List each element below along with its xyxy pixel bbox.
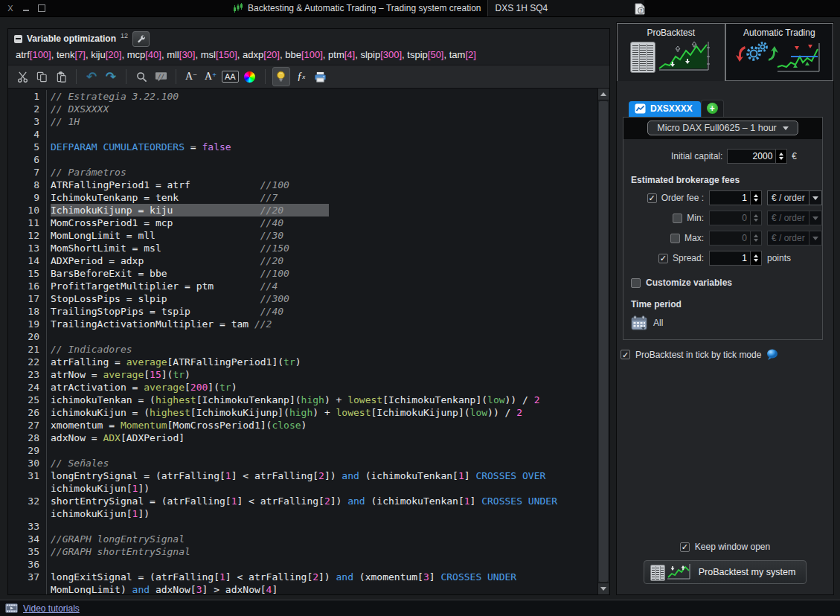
variable-range: [20]: [106, 49, 122, 60]
code-editor[interactable]: 1// Estrategia 3.22.1002// DXSXXXX3// 1H…: [8, 89, 609, 594]
variable-range: [40]: [145, 49, 161, 60]
min-fee-row: Min: 0 € / order: [629, 211, 822, 225]
scrollbar-thumb[interactable]: [599, 101, 608, 582]
info-bubble-icon: [766, 349, 778, 360]
video-tutorials-link[interactable]: Video tutorials: [23, 603, 80, 614]
svg-text:?: ?: [639, 8, 642, 14]
instrument-tab-dxsxxxx[interactable]: DXSXXXX: [629, 101, 701, 117]
panel-footer: ✓ Keep window open ProBacktest my system: [617, 542, 833, 584]
code-line: 15BarsBeforeExit = bbe //100: [8, 267, 609, 280]
spinner-arrows-icon[interactable]: [751, 211, 762, 225]
comment-icon[interactable]: //: [153, 68, 169, 86]
backtest-settings-box: Micro DAX Full0625 – 1 hour Initial capi…: [623, 117, 823, 340]
undo-icon[interactable]: ↶: [83, 68, 100, 86]
line-number: 13: [8, 242, 47, 254]
colors-icon[interactable]: [242, 68, 258, 86]
min-fee-stepper[interactable]: 0: [709, 211, 762, 225]
order-fee-checkbox[interactable]: ✓: [647, 193, 657, 203]
order-fee-unit-dropdown[interactable]: € / order: [767, 190, 822, 205]
code-line: 35//GRAPH shortEntrySignal: [8, 545, 609, 558]
code-line: 26ichimokuKijun = (highest[IchimokuKijun…: [8, 406, 609, 419]
line-number: 32: [8, 495, 47, 507]
case-icon[interactable]: AA: [222, 68, 239, 86]
min-fee-unit-dropdown[interactable]: € / order: [767, 211, 822, 225]
collapse-icon[interactable]: [14, 35, 22, 43]
help-icon[interactable]: ?: [633, 2, 647, 15]
calendar-icon: [631, 315, 647, 330]
customize-variables-checkbox[interactable]: [631, 278, 641, 288]
chevron-down-icon: [783, 126, 789, 130]
probacktest-panel: ProBacktest Automatic T: [616, 22, 834, 595]
line-number: 21: [8, 343, 47, 356]
code-line-highlighted: 10IchimokuKijunp = kiju //20: [8, 204, 609, 216]
tick-mode-checkbox[interactable]: ✓: [621, 350, 630, 359]
chevron-down-icon: [809, 211, 821, 225]
cut-icon[interactable]: [14, 68, 31, 86]
variable-range: [150]: [216, 49, 237, 60]
minimize-icon[interactable]: [22, 4, 31, 13]
scroll-down-icon[interactable]: [598, 583, 609, 594]
code-line: 9IchimokuTenkanp = tenk //7: [8, 191, 609, 204]
max-fee-stepper[interactable]: 0: [709, 231, 762, 246]
spinner-arrows-icon[interactable]: [751, 231, 762, 246]
variable-range: [2]: [465, 49, 475, 60]
max-fee-checkbox[interactable]: [670, 234, 680, 243]
line-number: 37: [8, 571, 47, 583]
add-instrument-button[interactable]: +: [701, 100, 724, 117]
optimization-variables-summary: atrf[100], tenk[7], kiju[20], mcp[40], m…: [8, 48, 609, 65]
variable-range: [50]: [428, 49, 444, 60]
data-table-icon: [630, 42, 655, 73]
spinner-arrows-icon[interactable]: [751, 190, 762, 205]
spread-row: ✓ Spread: 1 points: [629, 251, 822, 266]
fees-heading: Estimated brokerage fees: [631, 175, 822, 185]
redo-icon[interactable]: ↷: [103, 68, 119, 86]
variable-range: [4]: [344, 49, 355, 60]
insert-function-icon[interactable]: ƒx: [293, 68, 310, 86]
initial-capital-stepper[interactable]: 2000: [727, 149, 787, 164]
time-period-selector[interactable]: All: [631, 315, 822, 330]
optimization-settings-button[interactable]: [132, 31, 150, 47]
line-number: 20: [8, 330, 47, 343]
line-number: 11: [8, 216, 47, 229]
tab-probacktest[interactable]: ProBacktest: [617, 23, 725, 81]
paste-icon[interactable]: [53, 68, 69, 86]
font-decrease-icon[interactable]: A−: [183, 68, 199, 86]
code-line: ichimokuKijun[1]): [8, 482, 609, 495]
tab-automatic-trading[interactable]: Automatic Trading: [725, 23, 834, 81]
spinner-arrows-icon[interactable]: [776, 149, 787, 164]
line-number: 22: [8, 356, 47, 368]
variable-name: tspip: [407, 49, 427, 60]
spread-checkbox[interactable]: ✓: [658, 254, 668, 263]
copy-icon[interactable]: [33, 68, 50, 86]
scroll-up-icon[interactable]: [598, 89, 609, 100]
variable-name: msl: [201, 49, 216, 60]
svg-text://: //: [157, 73, 164, 80]
spread-unit-label: points: [767, 253, 791, 263]
min-fee-checkbox[interactable]: [673, 214, 682, 223]
order-fee-stepper[interactable]: 1: [709, 190, 762, 205]
window-controls: X: [6, 0, 46, 16]
max-fee-unit-dropdown[interactable]: € / order: [767, 231, 822, 246]
window-title: Backtesting & Automatic Trading – Tradin…: [243, 3, 487, 13]
maximize-icon[interactable]: [37, 4, 46, 13]
search-icon[interactable]: [133, 68, 150, 86]
variable-name: adxp: [243, 49, 263, 60]
keep-window-open-checkbox[interactable]: ✓: [680, 542, 690, 552]
close-icon[interactable]: X: [6, 4, 15, 13]
font-increase-icon[interactable]: A+: [202, 68, 219, 86]
suggestions-lightbulb-icon[interactable]: [272, 67, 290, 86]
line-number: 7: [8, 166, 47, 179]
line-number: 18: [8, 305, 47, 318]
spread-stepper[interactable]: 1: [709, 251, 762, 266]
timeframe-dropdown[interactable]: Micro DAX Full0625 – 1 hour: [647, 121, 798, 135]
editor-scrollbar[interactable]: [597, 89, 609, 594]
backtest-chart-icon: [658, 40, 711, 73]
document-tab[interactable]: DXS 1H SQ4: [487, 0, 644, 16]
code-line: 13MomShortLimit = msl //150: [8, 242, 609, 254]
wrench-icon: [136, 34, 146, 44]
spinner-arrows-icon[interactable]: [751, 251, 762, 266]
instrument-tabs: DXSXXXX +: [629, 99, 833, 117]
print-icon[interactable]: [312, 68, 329, 86]
probacktest-my-system-button[interactable]: ProBacktest my system: [644, 560, 807, 584]
variable-name: ptm: [328, 49, 344, 60]
